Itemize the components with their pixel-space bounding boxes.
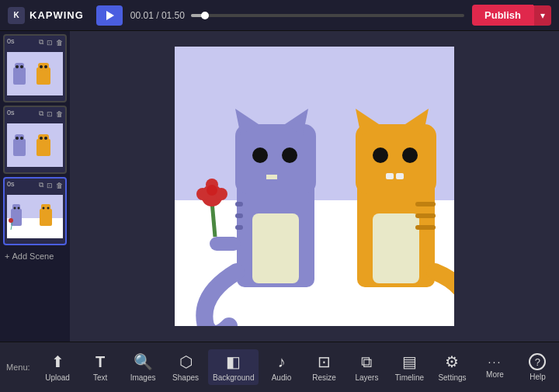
svg-point-25 [9,218,13,223]
tool-text[interactable]: T Text [80,350,120,385]
scene-item-3[interactable]: 0s ⧉ ⊡ 🗑 [3,177,67,245]
tool-audio[interactable]: ♪ Audio [261,350,301,385]
help-icon: ? [529,353,546,370]
resize-icon: ⊡ [318,352,331,371]
canvas-cats-svg [175,47,454,326]
audio-icon: ♪ [277,353,285,371]
tool-settings[interactable]: ⚙ Settings [432,349,472,385]
time-separator: / [156,10,158,21]
scene-3-icons: ⧉ ⊡ 🗑 [38,180,64,190]
scene-item-2[interactable]: 0s ⧉ ⊡ 🗑 [3,106,67,174]
bottom-toolbar: Menu: ⬆ Upload T Text 🔍 Images ⬡ Shapes … [0,342,559,392]
svg-rect-6 [38,63,49,72]
text-icon: T [95,353,105,371]
svg-rect-56 [396,173,404,179]
background-label: Background [213,373,254,382]
scene-sidebar: 0s ⧉ ⊡ 🗑 [0,31,70,342]
scene-1-delete[interactable]: 🗑 [55,37,64,47]
audio-label: Audio [272,373,292,382]
tool-upload[interactable]: ⬆ Upload [37,349,78,385]
svg-rect-59 [415,225,436,230]
svg-point-53 [373,147,388,163]
more-label: More [486,370,504,379]
add-scene-button[interactable]: + Add Scene [3,248,67,264]
svg-point-16 [40,137,43,140]
tool-shapes[interactable]: ⬡ Shapes [165,349,206,385]
text-label: Text [93,373,107,382]
scene-1-thumbnail [5,47,65,101]
svg-point-3 [16,65,19,68]
progress-bar[interactable] [191,14,464,17]
svg-point-47 [207,185,217,196]
help-label: Help [529,373,546,381]
scene-3-delete[interactable]: 🗑 [55,180,64,190]
timeline-area: 00.01 / 01.50 [130,10,464,21]
publish-button[interactable]: Publish [472,5,533,26]
svg-rect-40 [235,225,243,230]
scene-3-thumbnail [5,189,65,244]
upload-icon: ⬆ [51,352,64,371]
canvas-frame[interactable] [175,47,454,326]
progress-thumb [201,12,209,19]
svg-rect-58 [415,213,436,218]
play-button[interactable] [96,5,123,26]
timeline-label: Timeline [395,373,424,382]
upload-label: Upload [45,373,70,382]
images-label: Images [130,373,156,382]
logo-area: K KAPWING [8,7,84,24]
kapwing-logo-icon: K [8,7,25,24]
layers-icon: ⧉ [361,353,372,371]
shapes-label: Shapes [172,373,199,382]
timeline-icon: ▤ [402,352,417,371]
tool-timeline[interactable]: ▤ Timeline [389,349,429,385]
svg-point-13 [20,137,23,140]
svg-rect-32 [235,124,316,194]
svg-point-12 [16,137,19,140]
play-icon [106,11,114,20]
tool-more[interactable]: ··· More [474,352,515,382]
publish-button-group: Publish ▾ [472,5,551,26]
scene-2-copy[interactable]: ⊡ [46,109,54,119]
tool-layers[interactable]: ⧉ Layers [346,350,387,385]
scene-1-copy[interactable]: ⊡ [46,37,54,47]
scene-3-duplicate[interactable]: ⧉ [38,180,44,190]
add-scene-icon: + [5,252,9,261]
main-content: 0s ⧉ ⊡ 🗑 [0,31,559,342]
images-icon: 🔍 [134,352,153,371]
svg-rect-55 [386,173,394,179]
resize-label: Resize [312,373,336,382]
scene-3-svg [7,195,63,238]
add-scene-label: Add Scene [12,252,54,261]
tool-items: ⬆ Upload T Text 🔍 Images ⬡ Shapes ◧ Back… [36,349,559,385]
scene-3-copy[interactable]: ⊡ [46,180,54,190]
scene-2-duplicate[interactable]: ⧉ [38,109,44,119]
scene-2-svg [7,123,63,167]
svg-point-22 [14,207,16,210]
svg-point-4 [20,65,23,68]
scene-2-label: 0s [7,109,15,116]
scene-item-1[interactable]: 0s ⧉ ⊡ 🗑 [3,34,67,102]
svg-rect-31 [252,213,299,283]
tool-resize[interactable]: ⊡ Resize [304,349,344,385]
tool-images[interactable]: 🔍 Images [123,349,163,385]
time-total: 01.50 [161,10,185,21]
tool-help[interactable]: ? Help [517,350,557,384]
svg-point-35 [252,147,268,163]
scene-1-duplicate[interactable]: ⧉ [38,37,44,47]
background-icon: ◧ [226,352,241,371]
svg-point-28 [43,207,45,210]
scene-1-svg [7,52,63,95]
svg-point-54 [402,147,418,163]
time-display: 00.01 / 01.50 [130,10,185,21]
scene-1-icons: ⧉ ⊡ 🗑 [38,37,64,47]
kapwing-logo-text: KAPWING [30,9,84,21]
publish-dropdown-button[interactable]: ▾ [533,5,551,26]
tool-background[interactable]: ◧ Background [208,349,259,385]
scene-2-thumbnail [5,118,65,172]
scene-2-icons: ⧉ ⊡ 🗑 [38,109,64,119]
scene-1-label: 0s [7,37,15,45]
shapes-icon: ⬡ [179,352,193,371]
canvas-area [70,31,559,342]
scene-2-delete[interactable]: 🗑 [55,109,64,119]
time-current: 00.01 [130,10,154,21]
